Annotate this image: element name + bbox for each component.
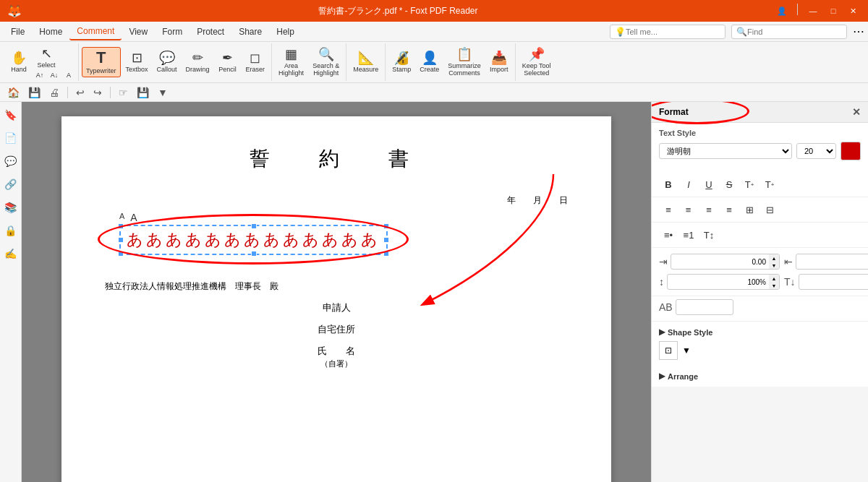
tell-me-bar[interactable]: 💡 — [610, 25, 726, 39]
summarize-button[interactable]: 📋 SummarizeComments — [444, 46, 485, 79]
area-highlight-button[interactable]: ▦ AreaHighlight — [275, 46, 307, 79]
pages-icon[interactable]: 📄 — [2, 129, 20, 147]
bold-button[interactable]: B — [659, 175, 678, 194]
typewriter-button[interactable]: T Typewriter — [82, 47, 121, 77]
text-flow-button[interactable]: T↕ — [699, 225, 718, 244]
number-list-button[interactable]: ≡1 — [679, 225, 698, 244]
undo-quick-btn[interactable]: ↩ — [73, 85, 88, 100]
stamp-button[interactable]: 🔏 Stamp — [388, 49, 414, 75]
selected-text-box[interactable]: あああああああああああああ — [119, 225, 388, 255]
find-bar[interactable]: 🔍 — [731, 25, 847, 39]
pencil-button[interactable]: ✒ Pencil — [215, 49, 241, 75]
handle-br[interactable] — [383, 251, 389, 257]
subscript-button[interactable]: T+ — [760, 175, 779, 194]
align-justify-button[interactable]: ≡ — [720, 200, 739, 219]
drawing-button[interactable]: ✏ Drawing — [182, 49, 213, 75]
create-button[interactable]: 👤 Create — [416, 49, 443, 75]
strikethrough-button[interactable]: S — [720, 175, 739, 194]
comments-icon[interactable]: 💬 — [2, 152, 20, 170]
menu-protect[interactable]: Protect — [190, 24, 231, 40]
shape-style-toggle[interactable]: ▶ Shape Style — [659, 327, 861, 337]
menu-form[interactable]: Form — [155, 24, 190, 40]
space-above-value[interactable] — [799, 277, 868, 288]
menu-share[interactable]: Share — [231, 24, 269, 40]
select-sub3[interactable]: A — [62, 71, 75, 79]
align-right-button[interactable]: ≡ — [699, 200, 718, 219]
char-spacing-value[interactable] — [676, 302, 733, 313]
color-swatch[interactable] — [841, 142, 861, 160]
minimize-button[interactable]: — — [806, 4, 820, 18]
document-area[interactable]: 誓 約 書 年 月 日 A A あああああああああああああ — [22, 102, 651, 482]
handle-bl[interactable] — [118, 251, 124, 257]
line-spacing-value[interactable] — [668, 277, 769, 288]
measure-button[interactable]: 📐 Measure — [349, 49, 382, 75]
shape-border-btn[interactable]: ⊡ — [659, 341, 678, 360]
format-panel: Format ✕ Text Style 游明朝 20 — [652, 102, 868, 387]
shape-border-dropdown[interactable]: ▼ — [682, 345, 691, 356]
maximize-button[interactable]: □ — [826, 4, 841, 18]
indent-left-value[interactable] — [671, 257, 769, 267]
bullet-list-button[interactable]: ≡• — [659, 225, 678, 244]
arrange-toggle[interactable]: ▶ Arrange — [659, 371, 861, 381]
print-quick-btn[interactable]: 🖨 — [46, 85, 62, 100]
more-menu-icon[interactable]: ⋯ — [853, 25, 864, 38]
underline-button[interactable]: U — [699, 175, 718, 194]
close-button[interactable]: ✕ — [846, 4, 861, 18]
align-left-button[interactable]: ≡ — [659, 200, 678, 219]
handle-tr[interactable] — [383, 223, 389, 229]
format-panel-close[interactable]: ✕ — [852, 106, 861, 118]
keep-tool-button[interactable]: 📌 Keep ToolSelected — [519, 46, 555, 79]
char-spacing-input[interactable]: ▲ ▼ — [676, 299, 733, 315]
extra-quick-btn[interactable]: 💾 — [134, 85, 152, 100]
menu-file[interactable]: File — [4, 24, 32, 40]
menu-comment[interactable]: Comment — [69, 23, 122, 40]
callout-button[interactable]: 💬 Callout — [153, 49, 181, 75]
handle-bm[interactable] — [251, 251, 257, 257]
redo-quick-btn[interactable]: ↪ — [90, 85, 105, 100]
distribute2-button[interactable]: ⊟ — [760, 200, 779, 219]
select-sub1[interactable]: A↑ — [33, 71, 46, 79]
signature-icon[interactable]: ✍ — [2, 245, 20, 262]
font-select[interactable]: 游明朝 — [659, 143, 792, 159]
line-spacing-input[interactable]: ▲ ▼ — [667, 274, 780, 290]
indent-left-input[interactable]: ▲ ▼ — [671, 254, 780, 270]
indent-right-value[interactable] — [796, 257, 868, 267]
select-tool-button[interactable]: ↖ Select — [33, 45, 59, 71]
textbox-button[interactable]: ⊡ Textbox — [122, 49, 152, 75]
home-quick-btn[interactable]: 🏠 — [4, 85, 22, 100]
align-center-button[interactable]: ≡ — [679, 200, 698, 219]
menu-home[interactable]: Home — [32, 24, 69, 40]
save-quick-btn[interactable]: 💾 — [25, 85, 43, 100]
size-select[interactable]: 20 — [796, 143, 836, 159]
handle-mr[interactable] — [383, 237, 389, 243]
eraser-button[interactable]: ◻ Eraser — [242, 49, 269, 75]
search-highlight-button[interactable]: 🔍 Search &Highlight — [309, 46, 343, 79]
line-spacing-up[interactable]: ▲ — [769, 275, 779, 282]
user-icon-button[interactable]: 👤 — [775, 4, 789, 18]
space-above-input[interactable]: ▲ ▼ — [799, 274, 868, 290]
menu-help[interactable]: Help — [269, 24, 302, 40]
find-input[interactable] — [747, 27, 841, 36]
menu-view[interactable]: View — [122, 24, 155, 40]
pointer-quick-btn[interactable]: ☞ — [116, 85, 131, 100]
more-quick-btn[interactable]: ▼ — [155, 85, 171, 100]
line-spacing-down[interactable]: ▼ — [769, 282, 779, 289]
tell-me-input[interactable] — [626, 27, 720, 36]
indent-left-row: ⇥ ▲ ▼ — [659, 254, 780, 270]
select-sub2[interactable]: A↓ — [48, 71, 61, 79]
import-button[interactable]: 📥 Import — [486, 49, 512, 75]
distribute-button[interactable]: ⊞ — [740, 200, 759, 219]
handle-tl[interactable] — [118, 223, 124, 229]
indent-left-down[interactable]: ▼ — [769, 262, 779, 269]
hand-tool-button[interactable]: ✋ Hand — [6, 49, 32, 75]
layers-icon[interactable]: 📚 — [2, 199, 20, 216]
indent-left-up[interactable]: ▲ — [769, 254, 779, 262]
handle-ml[interactable] — [118, 237, 124, 243]
security-icon[interactable]: 🔒 — [2, 222, 20, 239]
links-icon[interactable]: 🔗 — [2, 176, 20, 193]
handle-tm[interactable] — [251, 223, 257, 229]
superscript-button[interactable]: T+ — [740, 175, 759, 194]
italic-button[interactable]: I — [679, 175, 698, 194]
bookmark-icon[interactable]: 🔖 — [2, 106, 20, 124]
indent-right-input[interactable]: ▲ ▼ — [796, 254, 868, 270]
